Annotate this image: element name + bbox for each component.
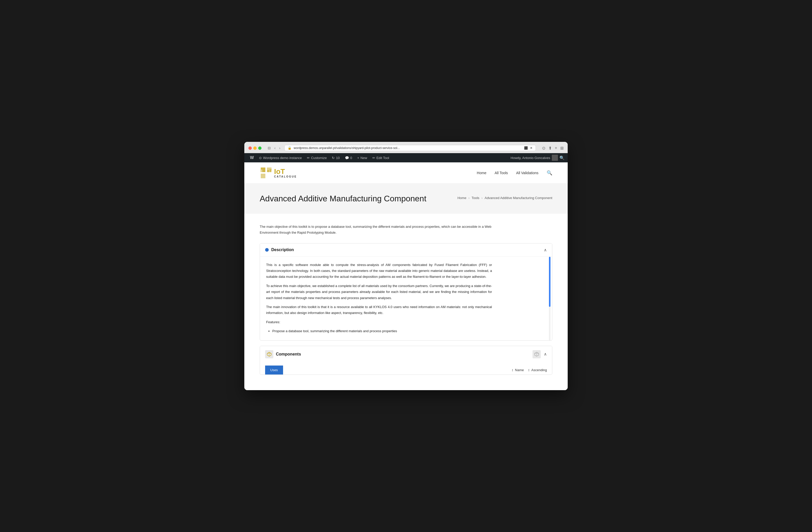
sort-order-label: Ascending	[531, 368, 547, 372]
components-box-icon	[265, 350, 273, 358]
desc-para-3: The main innovation of this toolkit is t…	[266, 304, 492, 316]
forward-button[interactable]: ›	[278, 145, 281, 151]
customize-icon: ✏	[307, 156, 310, 160]
logo-svg: I o T	[260, 166, 273, 179]
sidebar-toggle[interactable]: ⊟	[267, 145, 272, 151]
new-label: New	[361, 156, 367, 160]
desc-features-label: Features:	[266, 319, 492, 325]
nav-search-icon[interactable]: 🔍	[547, 170, 552, 176]
uses-section: Uses ↕ Name ↕ Ascending	[260, 363, 552, 374]
desc-para-2: To achieve this main objective, we estab…	[266, 283, 492, 301]
svg-text:T: T	[270, 169, 272, 173]
wp-logo-item[interactable]: W	[247, 153, 256, 162]
browser-window: ⊟ ‹ › 🔒 wordpress.demos.unparallel.pt/va…	[244, 142, 568, 390]
wordpress-icon: ⊙	[259, 156, 262, 160]
user-avatar	[552, 155, 558, 161]
site-nav: Home All Tools All Validations 🔍	[477, 170, 552, 176]
edit-tool-item[interactable]: ✏ Edit Tool	[370, 153, 392, 162]
edit-icon: ✏	[372, 156, 375, 160]
downloads-icon[interactable]: ⊙	[542, 146, 545, 151]
comments-item[interactable]: 💬 0	[342, 153, 355, 162]
search-icon[interactable]: 🔍	[560, 156, 565, 160]
grid-icon[interactable]: ⊞	[560, 146, 564, 151]
address-bar[interactable]: 🔒 wordpress.demos.unparallel.pt/validati…	[284, 145, 536, 151]
features-list: Propose a database tool, summarizing the…	[272, 328, 492, 334]
updates-item[interactable]: ↻ 10	[329, 153, 342, 162]
breadcrumb-home[interactable]: Home	[457, 196, 466, 200]
nav-all-tools[interactable]: All Tools	[495, 171, 508, 175]
site-logo[interactable]: I o T IoT CATALOGUE	[260, 166, 297, 179]
description-title: Description	[271, 248, 294, 252]
components-header-left: Components	[265, 350, 301, 358]
wp-logo-icon: W	[250, 156, 254, 160]
minimize-button[interactable]	[253, 146, 257, 150]
description-body-text: This is a specific software module able …	[266, 262, 492, 334]
svg-text:o: o	[267, 169, 270, 173]
wp-admin-bar-right: Howdy, Antonio Goncalves 🔍	[511, 155, 565, 161]
main-content: The main objective of this toolkit is to…	[244, 214, 568, 390]
nav-all-validations[interactable]: All Validations	[516, 171, 538, 175]
sort-name-label: Name	[515, 368, 524, 372]
browser-actions: ⊙ ⬆ + ⊞	[542, 146, 564, 151]
new-item[interactable]: + New	[355, 153, 370, 162]
howdy-text: Howdy, Antonio Goncalves	[511, 156, 550, 160]
browser-titlebar: ⊟ ‹ › 🔒 wordpress.demos.unparallel.pt/va…	[248, 145, 564, 151]
updates-icon: ↻	[332, 156, 335, 160]
sort-name-item[interactable]: ↕ Name	[512, 368, 524, 372]
browser-navigation: ⊟ ‹ ›	[267, 145, 281, 151]
components-cube-icon	[533, 350, 541, 358]
breadcrumb-tools[interactable]: Tools	[472, 196, 479, 200]
description-dot-icon	[265, 248, 269, 252]
uses-button[interactable]: Uses	[265, 366, 283, 374]
browser-chrome: ⊟ ‹ › 🔒 wordpress.demos.unparallel.pt/va…	[244, 142, 568, 153]
sort-order-icon: ↕	[528, 368, 530, 372]
maximize-button[interactable]	[258, 146, 262, 150]
comments-icon: 💬	[345, 156, 349, 160]
sort-controls: ↕ Name ↕ Ascending	[512, 368, 547, 372]
security-icon: 🔒	[288, 146, 292, 150]
customize-label: Customize	[311, 156, 327, 160]
wp-demo-instance[interactable]: ⊙ Wordpress demo instance	[256, 153, 304, 162]
nav-home[interactable]: Home	[477, 171, 486, 175]
page-title: Advanced Additive Manufacturing Componen…	[260, 194, 426, 203]
page-hero-right: Home › Tools › Advanced Additive Manufac…	[457, 194, 552, 200]
breadcrumb-sep-1: ›	[468, 196, 469, 200]
close-tab-icon[interactable]: ✕	[530, 146, 533, 150]
components-accordion-header[interactable]: Components ∧	[260, 346, 552, 363]
description-accordion-body: This is a specific software module able …	[260, 256, 552, 340]
description-accordion-header[interactable]: Description ∧	[260, 243, 552, 256]
address-bar-icons: ⬛ ✕	[524, 146, 533, 150]
components-title: Components	[276, 352, 301, 357]
scroll-indicator[interactable]	[549, 257, 550, 340]
description-accordion: Description ∧ This is a specific softwar…	[260, 243, 552, 341]
url-text: wordpress.demos.unparallel.pt/validation…	[294, 146, 400, 150]
edit-label: Edit Tool	[376, 156, 389, 160]
accordion-header-left: Description	[265, 248, 294, 252]
share-icon[interactable]: ⬆	[548, 146, 552, 151]
customize-item[interactable]: ✏ Customize	[304, 153, 329, 162]
cast-icon: ⬛	[524, 146, 528, 150]
svg-rect-2	[261, 174, 265, 178]
svg-text:I: I	[261, 169, 262, 173]
components-chevron-icon: ∧	[544, 352, 547, 357]
cube-icon	[267, 352, 272, 357]
page-hero-left: Advanced Additive Manufacturing Componen…	[260, 194, 426, 203]
close-button[interactable]	[248, 146, 252, 150]
sort-order-item[interactable]: ↕ Ascending	[528, 368, 547, 372]
logo-iot-text: IoT	[274, 168, 297, 175]
demo-label: Wordpress demo instance	[263, 156, 302, 160]
description-chevron-icon: ∧	[544, 248, 547, 252]
traffic-lights	[248, 146, 262, 150]
sort-name-icon: ↕	[512, 368, 513, 372]
back-button[interactable]: ‹	[273, 145, 277, 151]
logo-catalogue-text: CATALOGUE	[274, 175, 297, 178]
updates-count: 10	[336, 156, 339, 160]
feature-item-1: Propose a database tool, summarizing the…	[272, 328, 492, 334]
page-hero: Advanced Additive Manufacturing Componen…	[244, 184, 568, 214]
desc-para-1: This is a specific software module able …	[266, 262, 492, 280]
breadcrumb-current: Advanced Additive Manufacturing Componen…	[484, 196, 552, 200]
new-tab-icon[interactable]: +	[555, 146, 557, 150]
page-intro-text: The main objective of this toolkit is to…	[260, 224, 506, 235]
new-icon: +	[357, 156, 359, 160]
scroll-thumb	[549, 257, 550, 307]
